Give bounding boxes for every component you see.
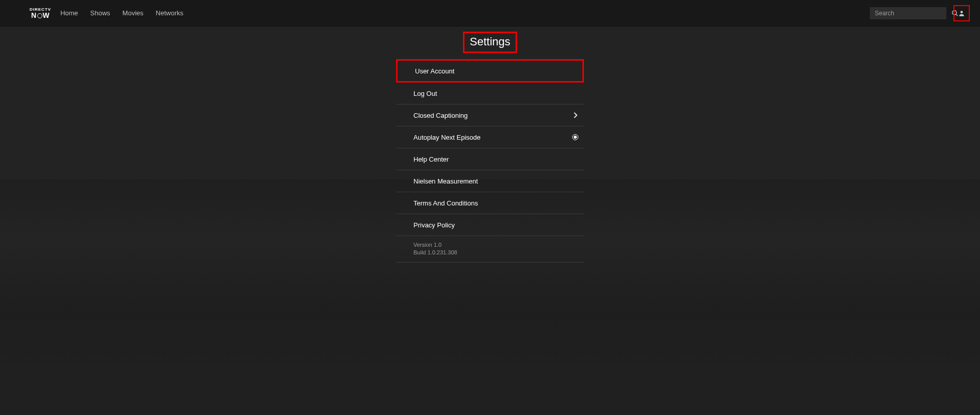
- settings-item-user-account[interactable]: User Account: [396, 59, 584, 83]
- build-text: Build 1.0.231.308: [413, 249, 584, 256]
- top-nav: Home Shows Movies Networks: [60, 9, 183, 17]
- person-icon: [958, 10, 965, 17]
- settings-item-autoplay[interactable]: Autoplay Next Episode: [396, 126, 584, 148]
- page-title: Settings: [470, 35, 510, 48]
- settings-item-nielsen[interactable]: Nielsen Measurement: [396, 170, 584, 192]
- settings-item-label: Help Center: [413, 155, 449, 163]
- content-area: Settings User Account Log Out Closed Cap…: [0, 27, 980, 415]
- settings-item-privacy[interactable]: Privacy Policy: [396, 214, 584, 236]
- chevron-right-icon: [571, 112, 580, 118]
- app-logo[interactable]: DIRECTV N W: [30, 8, 51, 19]
- settings-item-label: Log Out: [413, 90, 437, 97]
- settings-item-label: Privacy Policy: [413, 221, 455, 229]
- settings-item-terms[interactable]: Terms And Conditions: [396, 192, 584, 214]
- search-box[interactable]: [870, 7, 946, 19]
- nav-networks[interactable]: Networks: [156, 9, 183, 17]
- settings-list: User Account Log Out Closed Captioning A…: [396, 59, 584, 263]
- settings-item-label: User Account: [415, 67, 454, 75]
- header-bar: DIRECTV N W Home Shows Movies Networks: [0, 0, 980, 27]
- radio-on-icon[interactable]: [571, 134, 580, 140]
- page-title-box: Settings: [463, 32, 517, 53]
- nav-movies[interactable]: Movies: [122, 9, 143, 17]
- settings-item-label: Autoplay Next Episode: [413, 134, 481, 141]
- search-input[interactable]: [875, 10, 951, 17]
- logo-circle-icon: [37, 13, 42, 18]
- settings-item-closed-captioning[interactable]: Closed Captioning: [396, 105, 584, 126]
- settings-item-log-out[interactable]: Log Out: [396, 83, 584, 105]
- settings-item-help-center[interactable]: Help Center: [396, 148, 584, 170]
- svg-point-2: [961, 11, 963, 13]
- settings-item-label: Terms And Conditions: [413, 199, 478, 207]
- version-info: Version 1.0 Build 1.0.231.308: [396, 236, 584, 263]
- settings-item-label: Nielsen Measurement: [413, 177, 478, 185]
- nav-shows[interactable]: Shows: [90, 9, 110, 17]
- logo-text-bottom: N W: [31, 12, 50, 19]
- nav-home[interactable]: Home: [60, 9, 78, 17]
- settings-item-label: Closed Captioning: [413, 112, 468, 119]
- profile-button[interactable]: [953, 5, 970, 21]
- header-right: [870, 5, 970, 21]
- version-text: Version 1.0: [413, 241, 584, 249]
